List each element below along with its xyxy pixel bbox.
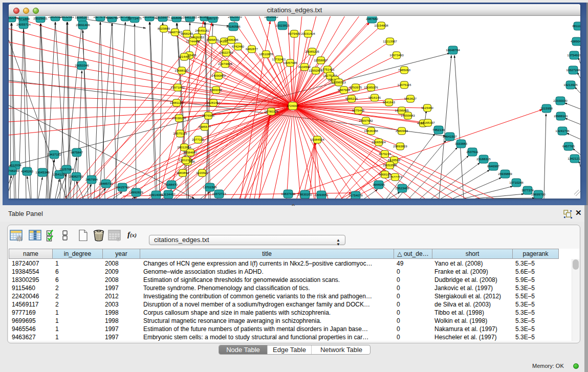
svg-text:12213967: 12213967 <box>383 39 397 43</box>
svg-text:20691406: 20691406 <box>76 23 90 27</box>
svg-text:21012166: 21012166 <box>179 158 193 162</box>
svg-text:3215958: 3215958 <box>540 106 553 110</box>
svg-text:28988101: 28988101 <box>554 114 568 118</box>
svg-text:10327246: 10327246 <box>566 68 580 72</box>
svg-text:2876966: 2876966 <box>202 114 215 117</box>
svg-text:16396513: 16396513 <box>332 80 346 84</box>
svg-text:20053346: 20053346 <box>75 63 89 67</box>
svg-text:24549181: 24549181 <box>195 29 209 32</box>
svg-text:3333883: 3333883 <box>455 142 468 145</box>
svg-text:23971842: 23971842 <box>170 85 185 89</box>
svg-text:28830202: 28830202 <box>298 192 312 196</box>
svg-text:2537611: 2537611 <box>466 150 478 154</box>
svg-text:29281417: 29281417 <box>206 101 221 104</box>
svg-text:7452134: 7452134 <box>432 128 445 132</box>
svg-text:8685577: 8685577 <box>199 125 211 128</box>
svg-text:16415740: 16415740 <box>115 185 129 189</box>
svg-text:20772475: 20772475 <box>127 16 142 20</box>
svg-text:7485063: 7485063 <box>398 68 411 72</box>
svg-text:22093651: 22093651 <box>314 193 329 196</box>
svg-text:8134562: 8134562 <box>298 65 311 69</box>
svg-text:10973493: 10973493 <box>389 53 404 57</box>
svg-text:19523409: 19523409 <box>395 186 409 190</box>
svg-text:10837430: 10837430 <box>281 192 295 195</box>
svg-text:9275445: 9275445 <box>352 108 365 112</box>
svg-text:9983893: 9983893 <box>177 171 189 174</box>
svg-text:1218062: 1218062 <box>170 16 183 19</box>
svg-text:26939869: 26939869 <box>498 172 512 176</box>
svg-text:3644095: 3644095 <box>373 183 385 186</box>
svg-text:8811165: 8811165 <box>572 24 580 28</box>
svg-text:9214491: 9214491 <box>178 55 191 58</box>
svg-text:8396759: 8396759 <box>106 16 119 19</box>
svg-text:6357277: 6357277 <box>207 16 220 20</box>
svg-text:22330030: 22330030 <box>553 99 568 102</box>
svg-text:18922760: 18922760 <box>219 51 233 54</box>
svg-text:28575119: 28575119 <box>173 132 187 135</box>
svg-text:4112034: 4112034 <box>9 163 21 167</box>
svg-text:21754078: 21754078 <box>349 193 363 197</box>
svg-text:21257684: 21257684 <box>59 167 74 171</box>
svg-text:22053595: 22053595 <box>383 163 397 167</box>
svg-text:4389045: 4389045 <box>571 39 580 43</box>
svg-text:9816145: 9816145 <box>368 96 381 99</box>
svg-text:8369062: 8369062 <box>210 88 223 92</box>
svg-text:1724007: 1724007 <box>287 104 299 107</box>
svg-text:16213925: 16213925 <box>563 83 578 86</box>
svg-text:13241736: 13241736 <box>555 129 570 133</box>
svg-text:17751421: 17751421 <box>320 68 335 71</box>
svg-text:12416912: 12416912 <box>264 16 278 18</box>
svg-text:13732411: 13732411 <box>272 57 286 61</box>
svg-text:16648784: 16648784 <box>446 48 460 52</box>
svg-text:8646997: 8646997 <box>487 164 500 168</box>
svg-text:10154808: 10154808 <box>374 24 388 27</box>
svg-text:18096865: 18096865 <box>395 108 409 112</box>
svg-text:25025631: 25025631 <box>33 16 48 20</box>
svg-text:6128503: 6128503 <box>388 158 401 162</box>
svg-text:9875847: 9875847 <box>71 150 83 154</box>
svg-text:13754919: 13754919 <box>567 53 580 57</box>
svg-text:26065624: 26065624 <box>372 140 386 144</box>
svg-text:25997682: 25997682 <box>359 119 373 122</box>
svg-text:18992829: 18992829 <box>129 190 143 194</box>
svg-text:29699700: 29699700 <box>531 192 546 196</box>
svg-text:13701506: 13701506 <box>203 185 217 189</box>
svg-text:6482877: 6482877 <box>246 47 258 51</box>
svg-text:28082730: 28082730 <box>69 174 83 178</box>
svg-text:27577773: 27577773 <box>388 175 402 179</box>
svg-text:13134457: 13134457 <box>161 192 176 196</box>
svg-text:19085076: 19085076 <box>364 85 378 89</box>
svg-text:22306335: 22306335 <box>224 38 238 41</box>
svg-text:29437192: 29437192 <box>47 152 61 156</box>
svg-text:22474828: 22474828 <box>218 62 232 65</box>
svg-text:11558837: 11558837 <box>314 58 328 62</box>
svg-text:24641507: 24641507 <box>443 135 457 138</box>
svg-text:26780325: 26780325 <box>264 110 278 113</box>
svg-text:3220921: 3220921 <box>196 171 209 174</box>
svg-text:2580963: 2580963 <box>396 129 408 133</box>
svg-text:9887903: 9887903 <box>338 88 351 92</box>
svg-text:15180586: 15180586 <box>226 25 241 28</box>
svg-text:6742460: 6742460 <box>232 45 245 48</box>
svg-text:7671884: 7671884 <box>17 17 30 20</box>
svg-text:19688132: 19688132 <box>175 69 189 72</box>
svg-text:5793975: 5793975 <box>350 85 362 89</box>
svg-text:10057945: 10057945 <box>283 61 297 64</box>
svg-text:28012854: 28012854 <box>177 145 191 149</box>
svg-text:4679214: 4679214 <box>379 152 391 156</box>
svg-text:29893819: 29893819 <box>393 144 407 148</box>
svg-text:13748244: 13748244 <box>9 169 19 172</box>
svg-text:28159979: 28159979 <box>156 16 170 19</box>
svg-text:2087682: 2087682 <box>366 17 379 20</box>
svg-text:24425670: 24425670 <box>228 16 242 18</box>
svg-text:13045349: 13045349 <box>35 170 50 174</box>
svg-text:2077105: 2077105 <box>192 138 205 141</box>
svg-text:27038236: 27038236 <box>172 116 186 120</box>
svg-text:11881122: 11881122 <box>170 101 184 104</box>
svg-text:20372723: 20372723 <box>212 192 226 195</box>
svg-text:23188315: 23188315 <box>476 157 491 161</box>
svg-text:16510878: 16510878 <box>259 52 273 56</box>
svg-text:10710248: 10710248 <box>509 181 524 184</box>
svg-text:20031404: 20031404 <box>301 32 315 35</box>
svg-text:26461350: 26461350 <box>183 16 197 19</box>
